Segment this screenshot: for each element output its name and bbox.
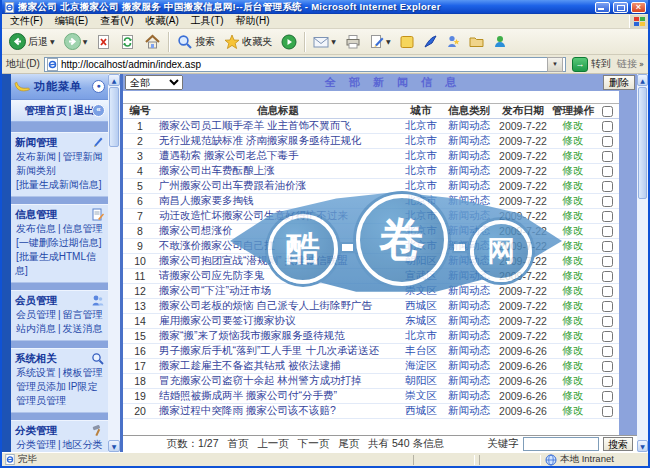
modify-link[interactable]: 修改 xyxy=(551,374,595,389)
last-page-link[interactable]: 尾页 xyxy=(338,437,359,449)
city-link[interactable]: 东城区 xyxy=(399,314,443,329)
category-link[interactable]: 新闻动态 xyxy=(443,194,495,209)
back-button[interactable]: 后退▼ xyxy=(5,31,59,52)
news-title-link[interactable]: 广州搬家公司出车费跟着油价涨 xyxy=(157,179,399,194)
category-link[interactable]: 新闻动态 xyxy=(443,254,495,269)
sidebar-link[interactable]: [批量生成新闻信息] xyxy=(16,179,102,190)
category-link[interactable]: 新闻动态 xyxy=(443,329,495,344)
sidebar-link[interactable]: [批量生成HTML信息] xyxy=(15,251,96,276)
messenger-button[interactable] xyxy=(419,32,441,51)
forward-button[interactable]: ▼ xyxy=(60,31,92,52)
row-checkbox[interactable] xyxy=(602,406,613,417)
category-link[interactable]: 新闻动态 xyxy=(443,269,495,284)
city-link[interactable]: 北京市 xyxy=(399,209,443,224)
news-title-link[interactable]: 无行业规范缺标准 济南搬家服务亟待正规化 xyxy=(157,134,399,149)
scroll-down-icon[interactable]: ▼ xyxy=(108,440,120,452)
edit-button[interactable]: ▼ xyxy=(366,32,395,51)
row-checkbox[interactable] xyxy=(602,256,613,267)
scrollbar-track[interactable] xyxy=(108,148,120,440)
news-title-link[interactable]: 遭遇勒索 搬家公司老总下毒手 xyxy=(157,149,399,164)
news-title-link[interactable]: 请搬家公司应先防李鬼 xyxy=(157,269,399,284)
print-button[interactable] xyxy=(341,32,365,51)
row-checkbox[interactable] xyxy=(602,226,613,237)
modify-link[interactable]: 修改 xyxy=(551,254,595,269)
city-link[interactable]: 北京市 xyxy=(399,329,443,344)
category-link[interactable]: 新闻动态 xyxy=(443,119,495,134)
next-page-link[interactable]: 下一页 xyxy=(298,437,330,449)
favorites-button[interactable]: 收藏夹 xyxy=(220,32,276,52)
links-toolbar[interactable]: 链接 » xyxy=(617,57,644,71)
folders-button[interactable] xyxy=(465,33,488,50)
modify-link[interactable]: 修改 xyxy=(551,224,595,239)
modify-link[interactable]: 修改 xyxy=(551,404,595,419)
row-checkbox[interactable] xyxy=(602,331,613,342)
news-title-link[interactable]: 搬家“搬”来了烦恼我市搬家服务亟待规范 xyxy=(157,329,399,344)
city-link[interactable]: 朝阳区 xyxy=(399,254,443,269)
news-title-link[interactable]: 雇用搬家公司要签订搬家协议 xyxy=(157,314,399,329)
category-link[interactable]: 新闻动态 xyxy=(443,284,495,299)
sidebar-link[interactable]: 模板管理 xyxy=(63,367,103,378)
stop-button[interactable] xyxy=(92,32,115,52)
row-checkbox[interactable] xyxy=(602,376,613,387)
menu-item[interactable]: 查看(V) xyxy=(94,14,139,28)
news-title-link[interactable]: 冒充搬家公司盗窃十余起 林州警方成功打掉 xyxy=(157,374,399,389)
news-title-link[interactable]: 搬家公司老板的烦恼 自己派专人上街除野广告 xyxy=(157,299,399,314)
row-checkbox[interactable] xyxy=(602,271,613,282)
sidebar-link[interactable]: 发布信息 xyxy=(16,223,56,234)
category-link[interactable]: 新闻动态 xyxy=(443,149,495,164)
city-link[interactable]: 崇文区 xyxy=(399,284,443,299)
category-link[interactable]: 新闻动态 xyxy=(443,314,495,329)
keyword-input[interactable] xyxy=(523,437,599,451)
scrollbar-track[interactable] xyxy=(637,200,648,440)
modify-link[interactable]: 修改 xyxy=(551,329,595,344)
row-checkbox[interactable] xyxy=(602,211,613,222)
modify-link[interactable]: 修改 xyxy=(551,299,595,314)
sidebar-link[interactable]: 分类管理 xyxy=(16,439,56,450)
city-link[interactable]: 北京市 xyxy=(399,194,443,209)
category-link[interactable]: 新闻动态 xyxy=(443,299,495,314)
row-checkbox[interactable] xyxy=(602,151,613,162)
delete-button[interactable]: 删除 xyxy=(603,75,635,90)
sidebar-link[interactable]: 留言管理 xyxy=(63,309,103,320)
category-link[interactable]: 新闻动态 xyxy=(443,374,495,389)
keyword-search-button[interactable]: 搜索 xyxy=(603,437,633,451)
category-link[interactable]: 新闻动态 xyxy=(443,344,495,359)
city-link[interactable]: 北京市 xyxy=(399,224,443,239)
row-checkbox[interactable] xyxy=(602,286,613,297)
sidebar-link[interactable]: 站内消息 xyxy=(16,323,56,334)
page-scrollbar[interactable]: ▲ ▼ xyxy=(637,74,648,452)
modify-link[interactable]: 修改 xyxy=(551,389,595,404)
refresh-button[interactable] xyxy=(116,32,139,52)
city-link[interactable]: 北京市 xyxy=(399,179,443,194)
modify-link[interactable]: 修改 xyxy=(551,119,595,134)
row-checkbox[interactable] xyxy=(602,121,613,132)
home-button[interactable] xyxy=(140,32,165,52)
row-checkbox[interactable] xyxy=(602,181,613,192)
modify-link[interactable]: 修改 xyxy=(551,359,595,374)
scroll-up-icon[interactable]: ▲ xyxy=(108,74,120,86)
city-link[interactable]: 北京市 xyxy=(399,134,443,149)
modify-link[interactable]: 修改 xyxy=(551,239,595,254)
address-input-box[interactable]: ▼ xyxy=(44,57,566,72)
sidebar-scrollbar[interactable]: ▲ ▼ xyxy=(108,74,120,452)
minimize-button[interactable] xyxy=(595,2,610,13)
row-checkbox[interactable] xyxy=(602,316,613,327)
sidebar-link[interactable]: 管理员管理 xyxy=(16,395,66,406)
news-title-link[interactable]: 不敢涨价搬家公司自己扛 xyxy=(157,239,399,254)
category-link[interactable]: 新闻动态 xyxy=(443,239,495,254)
news-title-link[interactable]: 搬家公司“下注”动迁市场 xyxy=(157,284,399,299)
city-link[interactable]: 海淀区 xyxy=(399,359,443,374)
modify-link[interactable]: 修改 xyxy=(551,194,595,209)
menu-item[interactable]: 帮助(H) xyxy=(230,14,276,28)
sidebar-nav-link[interactable]: 管理首页 xyxy=(25,104,67,116)
sidebar-link[interactable]: 信息管理 xyxy=(63,223,103,234)
city-link[interactable]: 西城区 xyxy=(399,299,443,314)
city-link[interactable]: 宣武区 xyxy=(399,269,443,284)
go-button[interactable]: → 转到 xyxy=(570,57,613,72)
menu-item[interactable]: 工具(T) xyxy=(185,14,230,28)
city-link[interactable]: 北京市 xyxy=(399,164,443,179)
modify-link[interactable]: 修改 xyxy=(551,314,595,329)
row-checkbox[interactable] xyxy=(602,166,613,177)
row-checkbox[interactable] xyxy=(602,196,613,207)
scrollbar-thumb[interactable] xyxy=(638,87,647,199)
